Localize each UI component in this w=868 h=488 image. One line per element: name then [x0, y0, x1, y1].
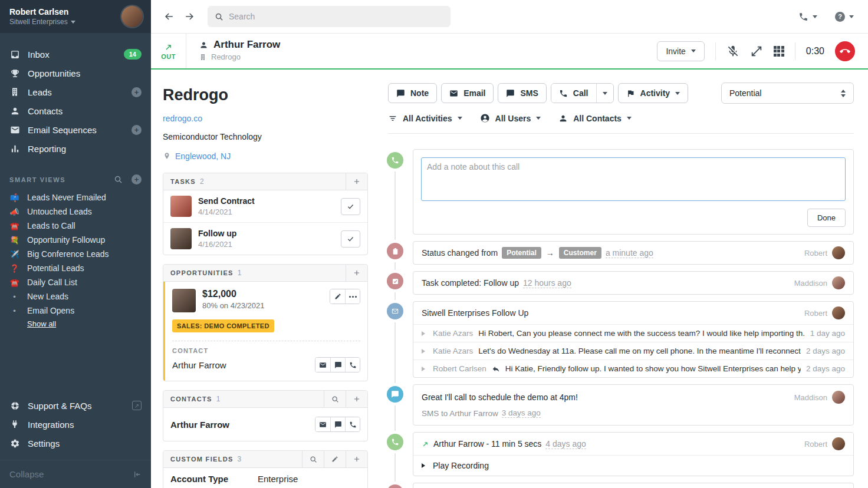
add-field-button[interactable]	[346, 451, 367, 467]
call-split-button: Call	[551, 83, 614, 103]
search-fields-button[interactable]	[302, 451, 324, 467]
complete-task-button[interactable]	[341, 198, 360, 215]
sidebar-item-email-sequences[interactable]: Email Sequences +	[0, 120, 151, 139]
contacts-panel-header: CONTACTS1	[163, 391, 367, 408]
smart-view-untouched-leads[interactable]: 📣Untouched Leads	[0, 205, 151, 219]
avatar[interactable]	[121, 6, 143, 27]
timestamp[interactable]: 3 days ago	[502, 408, 541, 418]
search-input[interactable]	[229, 12, 443, 21]
smart-view-new-leads[interactable]: •New Leads	[0, 289, 151, 304]
complete-task-button[interactable]	[341, 230, 360, 248]
note-button[interactable]: Note	[388, 83, 437, 103]
play-icon	[422, 463, 428, 468]
forward-button[interactable]	[179, 6, 199, 27]
help-menu-button[interactable]: ?	[835, 12, 854, 22]
smart-view-potential-leads[interactable]: ❓Potential Leads	[0, 261, 151, 275]
email-message-row[interactable]: Katie Azars Hi Robert, Can you please co…	[413, 324, 853, 342]
call-contact-button[interactable]	[345, 358, 360, 372]
hangup-button[interactable]	[835, 41, 855, 61]
add-lead-icon[interactable]: +	[131, 87, 142, 97]
add-smart-view-icon[interactable]: +	[131, 174, 142, 184]
opportunity-contact-name[interactable]: Arthur Farrow	[172, 360, 226, 370]
sidebar-item-reporting[interactable]: Reporting	[0, 139, 151, 158]
lead-location-link[interactable]: Englewood, NJ	[163, 151, 368, 161]
email-button[interactable]: Email	[441, 83, 494, 103]
filter-all-contacts[interactable]: All Contacts	[558, 114, 632, 123]
filter-all-users[interactable]: All Users	[480, 113, 541, 123]
sidebar-item-integrations[interactable]: Integrations	[0, 415, 151, 434]
sms-entry[interactable]: Great I'll call to schedule the demo at …	[383, 384, 854, 426]
collapse-sidebar-button[interactable]: Collapse	[0, 460, 151, 488]
transfer-call-button[interactable]	[750, 45, 763, 58]
search-icon[interactable]	[114, 175, 123, 184]
smart-view-label: Big Conference Leads	[27, 249, 109, 259]
smart-view-email-opens[interactable]: •Email Opens	[0, 304, 151, 318]
sidebar-item-contacts[interactable]: Contacts	[0, 101, 151, 120]
dialpad-button[interactable]	[774, 46, 784, 57]
call-button[interactable]: Call	[551, 84, 596, 103]
show-all-link[interactable]: Show all	[27, 319, 56, 328]
task-row[interactable]: Send Contract 4/14/2021	[163, 190, 367, 223]
smart-view-leads-to-call[interactable]: ☎️Leads to Call	[0, 219, 151, 233]
status-change-entry[interactable]: Status changed from Potential → Customer…	[383, 241, 854, 265]
mute-microphone-button[interactable]	[726, 45, 739, 58]
search-box[interactable]	[208, 6, 451, 27]
contact-row[interactable]: Arthur Farrow	[163, 408, 367, 441]
sms-button[interactable]: SMS	[498, 83, 546, 103]
call-note-input[interactable]	[421, 157, 846, 201]
sidebar-item-support[interactable]: Support & FAQs ↗	[0, 396, 151, 415]
timestamp[interactable]: 12 hours ago	[523, 278, 571, 288]
filter-all-activities[interactable]: All Activities	[388, 114, 462, 123]
plug-icon	[9, 419, 20, 430]
sms-contact-button[interactable]	[330, 358, 345, 372]
task-date: 4/14/2021	[198, 207, 255, 216]
lead-status-select[interactable]: Potential	[721, 83, 854, 104]
timestamp[interactable]: 4 days ago	[545, 439, 586, 449]
smart-view-opportunity-followup[interactable]: 💐Opportunity Followup	[0, 233, 151, 247]
sms-contact-button[interactable]	[330, 417, 345, 431]
call-contact-button[interactable]	[345, 417, 360, 431]
sidebar-item-leads[interactable]: Leads +	[0, 83, 151, 101]
call-contact-name[interactable]: Arthur Farrow	[213, 39, 280, 51]
email-contact-button[interactable]	[315, 417, 330, 431]
play-recording-row[interactable]: Play Recording	[413, 455, 853, 476]
more-options-button[interactable]	[345, 289, 360, 304]
sidebar-item-opportunities[interactable]: Opportunities	[0, 64, 151, 83]
smart-view-daily-call-list[interactable]: ☎️Daily Call List	[0, 275, 151, 289]
add-contact-button[interactable]	[346, 391, 367, 407]
contact-name[interactable]: Arthur Farrow	[170, 420, 229, 430]
email-message-row[interactable]: Katie Azars Let's do Wednesday at 11a. P…	[413, 342, 853, 360]
smart-view-leads-never-emailed[interactable]: 📫Leads Never Emailed	[0, 190, 151, 205]
search-contacts-button[interactable]	[324, 391, 346, 407]
add-opportunity-button[interactable]	[346, 265, 367, 281]
call-summary[interactable]: Arthur Farrow - 11 min 5 secs	[433, 439, 541, 449]
smart-view-big-conference-leads[interactable]: ✈️Big Conference Leads	[0, 247, 151, 261]
lead-website-link[interactable]: redrogo.co	[163, 114, 368, 123]
add-task-button[interactable]	[346, 173, 367, 190]
edit-fields-button[interactable]	[324, 451, 346, 467]
email-message-row[interactable]: Robert Carlsen Hi Katie, Friendly follow…	[413, 360, 853, 377]
account-switcher[interactable]: Robert Carlsen Sitwell Enterprises	[0, 0, 151, 33]
email-contact-button[interactable]	[315, 358, 330, 372]
task-row[interactable]: Follow up 4/16/2021	[163, 223, 367, 255]
sidebar-item-settings[interactable]: Settings	[0, 434, 151, 453]
task-completed-entry[interactable]: Task completed: Follow up 12 hours ago M…	[383, 271, 854, 295]
status-change-entry[interactable]: Status changed from Potential → Meeting …	[383, 483, 854, 488]
invite-button[interactable]: Invite	[657, 41, 704, 61]
call-options-button[interactable]	[596, 84, 613, 103]
add-sequence-icon[interactable]: +	[131, 125, 142, 135]
done-button[interactable]: Done	[807, 209, 846, 227]
sidebar-item-inbox[interactable]: Inbox 14	[0, 45, 151, 64]
call-company-name[interactable]: Redrogo	[211, 52, 241, 61]
company-switcher[interactable]: Sitwell Enterprises	[9, 18, 116, 26]
activity-button[interactable]: Activity	[618, 83, 689, 103]
sidebar-item-label: Leads	[28, 87, 52, 97]
back-button[interactable]	[159, 6, 179, 27]
email-subject[interactable]: Sitwell Enterprises Follow Up	[422, 308, 528, 318]
phone-menu-button[interactable]	[798, 12, 817, 22]
gear-icon	[9, 438, 20, 449]
edit-opportunity-button[interactable]	[330, 289, 345, 304]
custom-field-row[interactable]: Account Type Enterprise	[163, 468, 367, 488]
timestamp[interactable]: a minute ago	[606, 248, 653, 258]
collapse-label: Collapse	[9, 469, 44, 479]
